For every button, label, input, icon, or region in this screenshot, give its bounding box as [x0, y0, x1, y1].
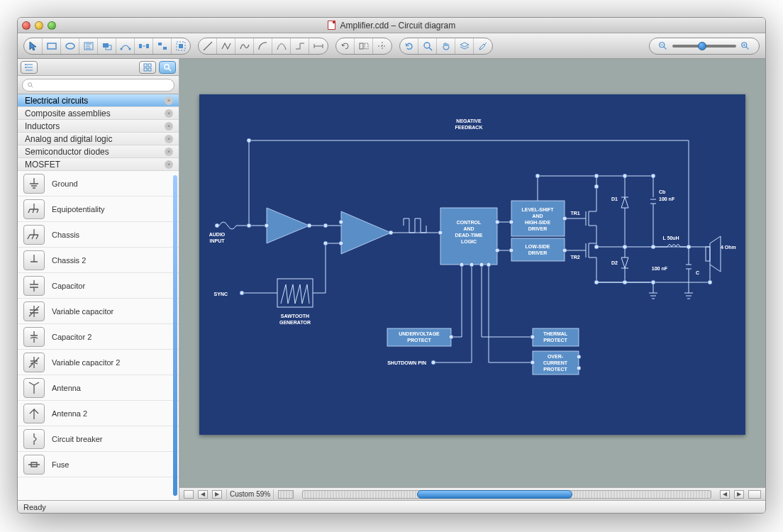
hand-tool[interactable] — [437, 38, 455, 54]
tool-group-lines — [198, 38, 328, 55]
search-input[interactable] — [22, 79, 174, 92]
sidebar-search-toggle[interactable] — [159, 61, 176, 74]
polyline-tool[interactable] — [217, 38, 235, 54]
rectangle-tool[interactable] — [43, 38, 61, 54]
stencil-item[interactable]: Antenna 2 — [18, 401, 179, 426]
stencil-item[interactable]: Antenna — [18, 375, 179, 401]
rotate-tool[interactable] — [336, 38, 355, 54]
library-category-label: Analog and digital logic — [25, 134, 112, 144]
page-next-button[interactable]: ▶ — [212, 490, 222, 499]
svg-text:SHUTDOWN PIN: SHUTDOWN PIN — [387, 360, 426, 365]
library-category-label: Inductors — [25, 121, 60, 131]
zoom-knob[interactable] — [698, 42, 706, 50]
group-tool[interactable] — [172, 38, 190, 54]
zoom-out-icon[interactable] — [658, 41, 668, 51]
stencil-item[interactable]: Circuit breaker — [18, 426, 179, 452]
arc-tool[interactable] — [254, 38, 272, 54]
category-close-icon[interactable]: × — [165, 160, 173, 169]
spline-tool[interactable] — [235, 38, 254, 54]
text-tool[interactable] — [79, 38, 98, 54]
zoom-slider[interactable] — [649, 38, 760, 55]
sidebar-grid-view-button[interactable] — [139, 61, 156, 74]
stencil-label: Ground — [52, 179, 78, 188]
stencil-item[interactable]: Variable capacitor — [18, 299, 179, 324]
mirror-tool[interactable] — [373, 38, 392, 54]
stencil-item[interactable]: Chassis 2 — [18, 248, 179, 273]
svg-rect-51 — [511, 238, 565, 261]
varcap-icon — [23, 301, 45, 321]
stencil-item[interactable]: Capacitor 2 — [18, 324, 179, 350]
line-tool[interactable] — [199, 38, 217, 54]
svg-marker-35 — [341, 211, 391, 254]
svg-point-98 — [470, 262, 474, 267]
varcap2-icon — [23, 353, 45, 372]
zoom-label[interactable]: Custom 59% — [226, 489, 274, 499]
flip-tool[interactable] — [355, 38, 373, 54]
chassis-icon — [23, 225, 45, 245]
scroll-right-button[interactable]: ▶ — [734, 490, 744, 499]
connector-tool[interactable] — [116, 38, 135, 54]
stencil-label: Capacitor 2 — [52, 333, 91, 341]
scroll-left-button[interactable]: ◀ — [720, 490, 730, 499]
library-category[interactable]: MOSFET× — [18, 158, 179, 171]
stencil-item[interactable]: Chassis — [18, 222, 179, 248]
bezier-tool[interactable] — [272, 38, 291, 54]
page-prev-button[interactable]: ◀ — [198, 490, 208, 499]
scrollbar-thumb[interactable] — [417, 490, 572, 499]
svg-rect-10 — [163, 47, 167, 50]
svg-rect-12 — [179, 44, 183, 48]
antenna2-icon — [23, 404, 45, 423]
pointer-tool[interactable] — [24, 38, 43, 54]
svg-point-36 — [339, 220, 343, 224]
diagram-page[interactable]: NEGATIVEFEEDBACK AUDIOINPUT — [199, 94, 745, 435]
horizontal-scrollbar[interactable] — [302, 490, 711, 499]
stencil-label: Circuit breaker — [52, 435, 103, 443]
svg-text:AUDIOINPUT: AUDIOINPUT — [209, 232, 226, 243]
stencil-label: Equipotentiality — [52, 205, 105, 214]
eyedropper-tool[interactable] — [474, 38, 492, 54]
library-category[interactable]: Inductors× — [18, 120, 179, 133]
page-tabs-icon[interactable] — [184, 490, 194, 499]
refresh-tool[interactable] — [400, 38, 418, 54]
svg-text:Cb: Cb — [659, 189, 665, 194]
dimension-tool[interactable] — [309, 38, 328, 54]
stencil-item[interactable]: Equipotentiality — [18, 196, 179, 222]
orthogonal-tool[interactable] — [291, 38, 309, 54]
align-tool[interactable] — [153, 38, 172, 54]
category-close-icon[interactable]: × — [165, 122, 173, 131]
view-mode-button[interactable] — [748, 490, 761, 499]
library-category[interactable]: Semiconductor diodes× — [18, 145, 179, 158]
ellipse-tool[interactable] — [61, 38, 79, 54]
stencil-item[interactable]: Capacitor — [18, 273, 179, 299]
svg-marker-66 — [621, 197, 628, 208]
category-close-icon[interactable]: × — [165, 148, 173, 156]
window-title-text: Amplifier.cdd – Circuit diagram — [340, 21, 455, 31]
library-category[interactable]: Composite assemblies× — [18, 107, 179, 120]
equipotential-icon — [23, 199, 45, 219]
stencil-item[interactable]: Ground — [18, 171, 179, 196]
cap2-icon — [23, 327, 45, 347]
zoom-tool[interactable] — [418, 38, 437, 54]
canvas-viewport[interactable]: NEGATIVEFEEDBACK AUDIOINPUT — [179, 59, 765, 487]
window-zoom-button[interactable] — [48, 21, 56, 30]
category-close-icon[interactable]: × — [165, 135, 173, 143]
svg-point-18 — [25, 64, 26, 65]
stamp-tool[interactable] — [98, 38, 116, 54]
category-close-icon[interactable]: × — [165, 109, 173, 118]
svg-text:SAWTOOTHGENERATOR: SAWTOOTHGENERATOR — [279, 314, 311, 325]
sidebar-tree-view-button[interactable] — [21, 61, 38, 74]
zoom-in-icon[interactable] — [740, 41, 750, 51]
category-close-icon[interactable]: × — [165, 96, 173, 105]
zoom-track[interactable] — [672, 45, 736, 48]
distribute-h-tool[interactable] — [135, 38, 153, 54]
sidebar: Electrical circuits×Composite assemblies… — [18, 59, 179, 500]
layers-tool[interactable] — [455, 38, 474, 54]
window-minimize-button[interactable] — [35, 21, 43, 30]
svg-point-6 — [128, 48, 130, 50]
stencil-item[interactable]: Fuse — [18, 452, 179, 477]
window-close-button[interactable] — [22, 21, 30, 30]
stencil-item[interactable]: Variable capacitor 2 — [18, 350, 179, 375]
library-category[interactable]: Analog and digital logic× — [18, 133, 179, 145]
library-category[interactable]: Electrical circuits× — [18, 94, 179, 107]
tool-group-select — [23, 38, 191, 55]
